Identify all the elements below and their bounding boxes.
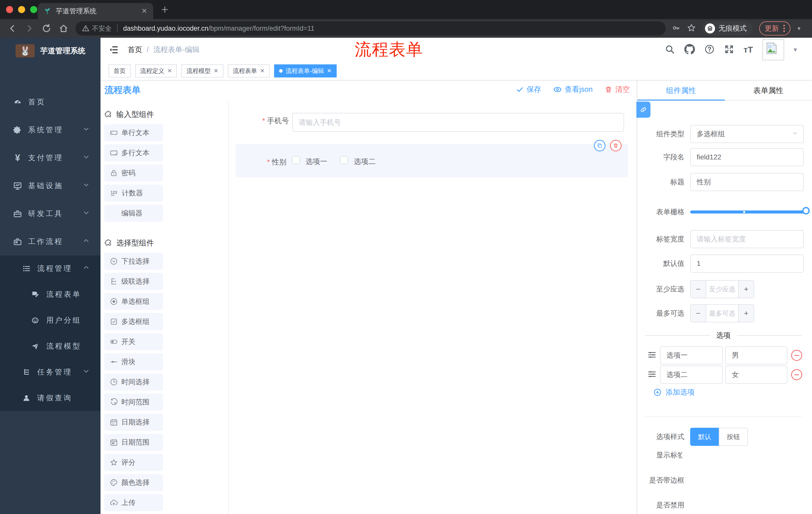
remove-option-button[interactable] (791, 369, 802, 380)
form-grid-slider[interactable] (690, 211, 805, 214)
decrement-button[interactable]: − (691, 305, 706, 322)
palette-item-radio-group[interactable]: 单选框组 (104, 293, 163, 310)
font-size-icon[interactable]: тT (744, 45, 753, 55)
slider-handle[interactable] (802, 207, 810, 215)
palette-item-textarea[interactable]: 多行文本 (104, 144, 163, 161)
tag-process-form[interactable]: 流程表单✕ (228, 64, 269, 77)
option1-name-input[interactable] (660, 346, 723, 364)
sidebar-item-home[interactable]: 首页 (0, 88, 100, 116)
max-select-input[interactable] (706, 305, 738, 322)
sidebar-item-process-management[interactable]: 流程管理 (0, 255, 100, 281)
option2-value-input[interactable] (725, 366, 787, 384)
sidebar-collapse-icon[interactable] (109, 45, 119, 55)
decrement-button[interactable]: − (691, 281, 706, 298)
tab-close-icon[interactable]: ✕ (141, 7, 147, 15)
palette-item-date-range[interactable]: 日期范围 (104, 434, 163, 451)
palette-item-slider[interactable]: 滑块 (104, 353, 163, 371)
sidebar-item-system[interactable]: 系统管理 (0, 116, 100, 144)
security-indicator[interactable]: 不安全 (82, 24, 112, 33)
tag-close-icon[interactable]: ✕ (167, 67, 172, 74)
option1-value-input[interactable] (725, 346, 787, 364)
default-value-input[interactable] (690, 254, 804, 273)
title-input[interactable] (690, 173, 804, 191)
tag-close-icon[interactable]: ✕ (327, 67, 331, 74)
increment-button[interactable]: + (738, 305, 754, 322)
tag-process-model[interactable]: 流程模型✕ (181, 64, 223, 77)
gender-option1-checkbox[interactable] (292, 156, 300, 164)
browser-menu-icon[interactable] (783, 25, 785, 32)
minimize-window-button[interactable] (18, 6, 25, 13)
back-button[interactable] (7, 24, 17, 33)
save-button[interactable]: 保存 (516, 84, 541, 94)
palette-item-time-picker[interactable]: 时间选择 (104, 373, 163, 390)
home-button[interactable] (59, 24, 68, 33)
gender-option2-label[interactable]: 选项二 (354, 157, 376, 167)
avatar[interactable] (762, 39, 784, 60)
palette-item-date-picker[interactable]: 日期选择 (104, 414, 163, 431)
sidebar-logo[interactable]: 🐰 芋道管理系统 (0, 38, 100, 63)
gender-option2-checkbox[interactable] (340, 156, 348, 164)
palette-item-color-picker[interactable]: 颜色选择 (104, 474, 163, 491)
gender-option1-label[interactable]: 选项一 (306, 157, 327, 167)
link-tag-button[interactable] (636, 102, 650, 118)
delete-component-button[interactable] (610, 140, 621, 152)
help-icon[interactable] (704, 44, 715, 55)
forward-button[interactable] (25, 24, 34, 33)
min-select-input[interactable] (706, 281, 738, 298)
sidebar-item-user-group[interactable]: 用户分组 (0, 307, 100, 333)
close-window-button[interactable] (6, 6, 13, 13)
clear-button[interactable]: 清空 (605, 84, 630, 94)
url-bar[interactable]: 不安全 dashboard.yudao.iocoder.cn/bpm/manag… (76, 21, 666, 35)
tag-home[interactable]: 首页 (109, 64, 130, 77)
component-type-select[interactable]: 多选框组 (690, 125, 804, 143)
palette-item-upload[interactable]: 上传 (104, 494, 163, 511)
url-text[interactable]: dashboard.yudao.iocoder.cn/bpm/manager/f… (123, 25, 314, 32)
add-option-button[interactable]: 添加选项 (654, 387, 695, 397)
reload-button[interactable] (42, 24, 51, 33)
bookmark-star-icon[interactable] (687, 23, 696, 33)
palette-item-checkbox-group[interactable]: 多选框组 (104, 313, 163, 330)
sidebar-item-process-model[interactable]: 流程模型 (0, 333, 100, 359)
tab-component-props[interactable]: 组件属性 (637, 80, 725, 101)
palette-item-single-text[interactable]: 单行文本 (104, 124, 163, 141)
palette-item-switch[interactable]: 开关 (104, 333, 163, 350)
remove-option-button[interactable] (791, 350, 802, 361)
sidebar-item-infra[interactable]: 基础设施 (0, 172, 100, 200)
label-width-input[interactable] (690, 230, 804, 248)
tag-close-icon[interactable]: ✕ (260, 67, 265, 74)
drag-handle-icon[interactable] (647, 350, 657, 360)
palette-item-counter[interactable]: 123计数器 (104, 185, 163, 202)
copy-component-button[interactable] (594, 140, 606, 152)
tag-process-form-edit[interactable]: 流程表单-编辑✕ (274, 64, 337, 77)
style-default-button[interactable]: 默认 (690, 428, 719, 446)
increment-button[interactable]: + (738, 281, 754, 298)
drag-handle-icon[interactable] (647, 370, 657, 380)
window-controls[interactable] (6, 6, 37, 13)
github-icon[interactable] (685, 44, 695, 56)
palette-item-rate[interactable]: 评分 (104, 454, 163, 471)
palette-item-editor[interactable]: 编辑器 (104, 205, 163, 222)
field-name-input[interactable] (690, 148, 804, 166)
tag-close-icon[interactable]: ✕ (213, 67, 218, 74)
browser-tab[interactable]: 芋道管理系统 ✕ (38, 3, 153, 19)
palette-item-cascader[interactable]: 级联选择 (104, 273, 163, 290)
palette-item-select[interactable]: 下拉选择 (104, 253, 163, 270)
maximize-window-button[interactable] (30, 6, 37, 13)
palette-item-time-range[interactable]: 时间范围 (104, 394, 163, 411)
tab-form-props[interactable]: 表单属性 (725, 80, 812, 101)
new-tab-button[interactable] (161, 5, 169, 15)
sidebar-item-process-form[interactable]: 流程表单 (0, 281, 100, 307)
search-icon[interactable] (665, 44, 675, 55)
sidebar-item-leave-query[interactable]: 请假查询 (0, 385, 100, 411)
sidebar-item-task-management[interactable]: 任务管理 (0, 359, 100, 385)
password-key-icon[interactable] (672, 24, 680, 33)
breadcrumb-home[interactable]: 首页 (127, 45, 142, 55)
sidebar-item-payment[interactable]: ¥ 支付管理 (0, 144, 100, 172)
avatar-dropdown-caret-icon[interactable]: ▾ (794, 46, 797, 54)
fullscreen-icon[interactable] (724, 44, 734, 55)
tag-process-definition[interactable]: 流程定义✕ (135, 64, 177, 77)
browser-update-button[interactable]: 更新 (759, 21, 790, 35)
window-dropdown-caret-icon[interactable]: ▾ (798, 25, 801, 32)
phone-field-input[interactable] (292, 113, 624, 132)
palette-item-password[interactable]: 密码 (104, 164, 163, 182)
